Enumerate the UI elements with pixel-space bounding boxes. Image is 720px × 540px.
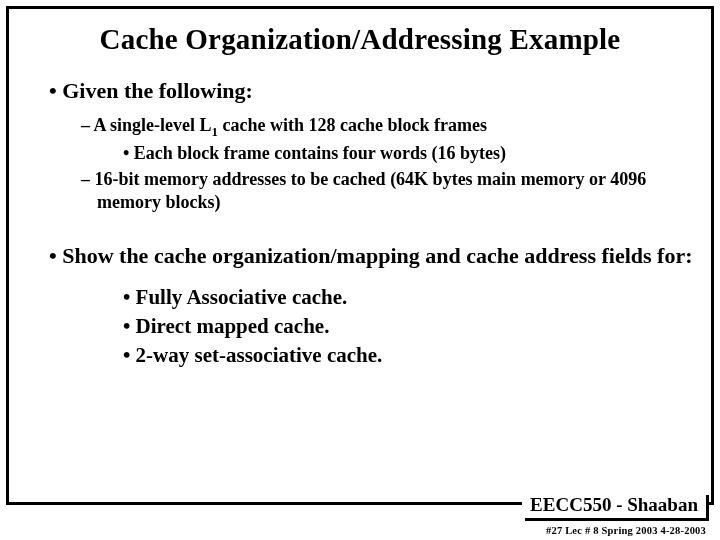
dash-item-1-text-a: A single-level L [94, 115, 212, 135]
show-item-2: Direct mapped cache. [123, 314, 693, 339]
slide-frame: Cache Organization/Addressing Example Gi… [6, 6, 714, 505]
dash-item-1-text-b: cache with 128 cache block frames [218, 115, 487, 135]
bullet-show: Show the cache organization/mapping and … [49, 243, 693, 269]
sub-item-1a: Each block frame contains four words (16… [123, 142, 693, 165]
footer-course-text: EECC550 - Shaaban [530, 494, 698, 515]
footer-course-box: EECC550 - Shaaban [522, 492, 706, 518]
slide-title: Cache Organization/Addressing Example [27, 23, 693, 56]
show-list: Fully Associative cache. Direct mapped c… [27, 285, 693, 368]
show-item-1: Fully Associative cache. [123, 285, 693, 310]
footer-meta: #27 Lec # 8 Spring 2003 4-28-2003 [546, 525, 706, 536]
bullet-given: Given the following: [49, 78, 693, 104]
show-item-3: 2-way set-associative cache. [123, 343, 693, 368]
dash-item-1: A single-level L1 cache with 128 cache b… [81, 114, 693, 140]
dash-item-2: 16-bit memory addresses to be cached (64… [81, 168, 693, 215]
